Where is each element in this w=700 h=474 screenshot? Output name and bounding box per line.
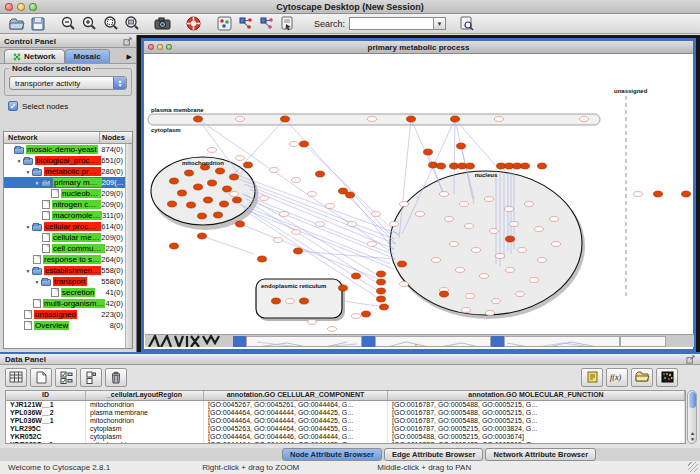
tree-col-nodes[interactable]: Nodes xyxy=(100,132,132,143)
network-node xyxy=(516,292,525,297)
table-row[interactable]: YLR295Ccytoplasm[GO:0045263, GO:0044464,… xyxy=(6,425,685,433)
tree-row[interactable]: ▼biological_process651(0) xyxy=(4,155,125,166)
tree-row-nodes-count: 651(0) xyxy=(101,156,125,165)
search-options-button[interactable] xyxy=(456,15,477,33)
float-panel-icon[interactable] xyxy=(123,37,132,46)
tree-row-label: biological_process xyxy=(35,156,101,165)
function-builder-button[interactable]: f(x) xyxy=(606,368,628,387)
table-row[interactable]: YKR052Ccytoplasm[GO:0044464, GO:0044446,… xyxy=(6,433,685,441)
network-from-all-button[interactable] xyxy=(256,15,277,33)
zoom-selected-icon xyxy=(103,16,119,31)
background-window-fragment[interactable] xyxy=(620,336,666,347)
save-button[interactable] xyxy=(27,15,48,33)
resize-grip[interactable] xyxy=(688,462,698,472)
node-color-dropdown[interactable]: transporter activity ▲▼ xyxy=(9,76,127,90)
attribute-table-button[interactable] xyxy=(5,368,27,387)
scrollbar-arrows[interactable]: ▲▼ xyxy=(688,430,697,442)
tree-row-label: nitrogen compo xyxy=(52,200,101,209)
expand-arrow-icon[interactable]: ▼ xyxy=(24,224,32,230)
zoom-selected-button[interactable] xyxy=(100,15,121,33)
column-header[interactable]: _cellularLayoutRegion xyxy=(86,391,204,400)
tab-edge-attribute-browser[interactable]: Edge Attribute Browser xyxy=(384,448,483,461)
tree-row[interactable]: macromolecule311(0) xyxy=(4,210,125,221)
network-node-selected-color xyxy=(178,190,187,196)
delete-attribute-button[interactable] xyxy=(105,368,127,387)
select-attributes-button[interactable] xyxy=(55,368,77,387)
table-row[interactable]: YPL036W__1mitochondrion[GO:0044464, GO:0… xyxy=(6,417,685,425)
tree-col-network[interactable]: Network xyxy=(4,132,100,143)
tree-row[interactable]: response to stimulu264(0) xyxy=(4,254,125,265)
tree-row[interactable]: mosaic-demo-yeast874(0) xyxy=(4,144,125,155)
zoom-fit-button[interactable] xyxy=(121,15,142,33)
expand-arrow-icon[interactable]: ▼ xyxy=(15,158,23,164)
scrollbar-thumb[interactable] xyxy=(689,392,696,408)
attribute-table[interactable]: ID_cellularLayoutRegionannotation.GO CEL… xyxy=(5,390,686,444)
tree-row[interactable]: multi-organism pro42(0) xyxy=(4,298,125,309)
annotation-button[interactable] xyxy=(214,15,235,33)
column-header[interactable]: annotation.GO MOLECULAR_FUNCTION xyxy=(388,391,685,400)
network-canvas[interactable]: plasma membrane cytoplasm mitochondrion … xyxy=(144,54,693,349)
tree-scrollbar[interactable] xyxy=(125,144,132,348)
tree-row[interactable]: secretion41(0) xyxy=(4,287,125,298)
tree-row[interactable]: ▼metabolic process280(0) xyxy=(4,166,125,177)
tab-mosaic[interactable]: Mosaic xyxy=(65,49,110,63)
expand-arrow-icon[interactable]: ▼ xyxy=(33,279,41,285)
tab-node-attribute-browser[interactable]: Node Attribute Browser xyxy=(282,448,382,461)
network-node xyxy=(236,156,245,161)
background-window-fragment[interactable] xyxy=(246,336,362,347)
tab-overflow-arrow[interactable]: ▶ xyxy=(127,53,134,63)
import-attributes-button[interactable] xyxy=(631,368,653,387)
column-header[interactable]: annotation.GO CELLULAR_COMPONENT xyxy=(204,391,388,400)
data-panel-scrollbar[interactable]: ▲▼ xyxy=(687,390,697,444)
background-window-fragment[interactable] xyxy=(504,336,620,347)
new-attribute-button[interactable] xyxy=(30,368,52,387)
float-panel-icon[interactable] xyxy=(686,355,695,364)
label-attribute-button[interactable] xyxy=(581,368,603,387)
expand-arrow-icon[interactable]: ▼ xyxy=(24,169,32,175)
snapshot-button[interactable] xyxy=(152,15,173,33)
browser-tabs: Node Attribute Browser Edge Attribute Br… xyxy=(0,448,700,461)
table-row[interactable]: YPL036W__2plasma membrane[GO:0044464, GO… xyxy=(6,409,685,417)
table-row[interactable]: YDR039C__1mitochondrion[GO:0044464, GO:0… xyxy=(6,441,685,444)
zoom-in-button[interactable] xyxy=(79,15,100,33)
tree-row-label: mosaic-demo-yeast xyxy=(26,145,98,154)
network-node xyxy=(230,192,239,197)
table-row[interactable]: YJR121W__1mitochondrion[GO:0045267, GO:0… xyxy=(6,401,685,409)
tree-row[interactable]: ▼cellular process614(0) xyxy=(4,221,125,232)
tree-row[interactable]: Overview8(0) xyxy=(4,320,125,331)
network-node xyxy=(492,299,501,304)
control-panel-tabs: Network Mosaic ▶ xyxy=(0,48,136,64)
open-button[interactable] xyxy=(6,15,27,33)
expand-arrow-icon[interactable]: ▼ xyxy=(24,268,32,274)
network-from-selected-button[interactable] xyxy=(235,15,256,33)
background-window-titlebar[interactable] xyxy=(362,336,375,347)
matrix-view-button[interactable] xyxy=(656,368,678,387)
tree-row[interactable]: nucleobase-209(0) xyxy=(4,188,125,199)
tree-row[interactable]: unassigned223(0) xyxy=(4,309,125,320)
column-header[interactable]: ID xyxy=(6,391,86,400)
tab-network[interactable]: Network xyxy=(4,49,65,63)
tree-row[interactable]: nitrogen compo209(0) xyxy=(4,199,125,210)
expand-arrow-icon[interactable]: ▼ xyxy=(33,180,41,186)
network-window-titlebar[interactable]: primary metabolic process xyxy=(144,41,693,54)
zoom-out-button[interactable] xyxy=(58,15,79,33)
select-nodes-checkbox[interactable]: ✓ xyxy=(8,101,18,111)
tab-network-attribute-browser[interactable]: Network Attribute Browser xyxy=(485,448,596,461)
vizmapper-button[interactable] xyxy=(277,15,298,33)
search-dropdown-button[interactable]: ▼ xyxy=(433,17,446,30)
tree-row[interactable]: cellular metabo209(0) xyxy=(4,232,125,243)
network-node xyxy=(485,197,494,202)
tree-row[interactable]: ▼transport558(0) xyxy=(4,276,125,287)
tree-row[interactable]: cell communicat22(0) xyxy=(4,243,125,254)
table-cell: [GO:0044464, GO:0044446, GO:0044444, G..… xyxy=(204,433,388,441)
search-input[interactable] xyxy=(349,17,433,30)
search-label: Search: xyxy=(314,19,345,29)
tree-row[interactable]: ▼establishment of lo558(0) xyxy=(4,265,125,276)
unselect-attributes-button[interactable] xyxy=(80,368,102,387)
background-window-fragment[interactable] xyxy=(375,336,491,347)
tree-row[interactable]: ▼primary metabo209(... xyxy=(4,177,125,188)
background-window-titlebar[interactable] xyxy=(233,336,246,347)
help-button[interactable] xyxy=(183,15,204,33)
background-window-titlebar[interactable] xyxy=(491,336,504,347)
tree-row-label: transport xyxy=(53,277,87,286)
